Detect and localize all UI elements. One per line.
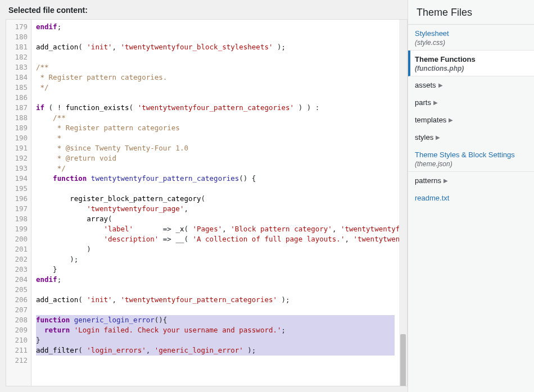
line-number: 205 — [6, 285, 31, 295]
folder-label: styles — [415, 133, 433, 142]
line-number: 179 — [6, 22, 31, 32]
file-desc: (functions.php) — [415, 65, 527, 72]
app-container: Selected file content: 17918018118218318… — [0, 0, 534, 392]
code-line[interactable]: endif; — [36, 22, 395, 32]
line-number: 196 — [6, 194, 31, 204]
line-number: 200 — [6, 234, 31, 244]
code-line[interactable]: 'twentytwentyfour_page', — [36, 204, 395, 214]
file-item-theme-functions[interactable]: Theme Functions(functions.php) — [408, 51, 534, 76]
code-line[interactable]: add_filter( 'login_errors', 'generic_log… — [36, 345, 395, 355]
code-line[interactable]: if ( ! function_exists( 'twentytwentyfou… — [36, 103, 395, 113]
line-number: 180 — [6, 32, 31, 42]
sidebar-title: Theme Files — [408, 0, 534, 24]
chevron-right-icon: ▶ — [438, 82, 443, 88]
line-number: 208 — [6, 315, 31, 325]
code-line[interactable]: register_block_pattern_category( — [36, 194, 395, 204]
folder-item-styles[interactable]: styles▶ — [408, 129, 534, 146]
line-number: 182 — [6, 52, 31, 62]
code-line[interactable]: * — [36, 133, 395, 143]
code-line[interactable]: * Register pattern categories. — [36, 72, 395, 83]
code-line[interactable]: array( — [36, 214, 395, 224]
chevron-right-icon: ▶ — [449, 117, 453, 123]
line-number: 210 — [6, 335, 31, 345]
code-editor[interactable]: 1791801811821831841851861871881891901911… — [6, 19, 408, 386]
line-number: 188 — [6, 113, 31, 123]
theme-files-sidebar: Theme Files Stylesheet(style.css)Theme F… — [408, 0, 534, 392]
code-line[interactable]: add_action( 'init', 'twentytwentyfour_pa… — [36, 295, 395, 305]
code-line[interactable]: * @return void — [36, 153, 395, 163]
chevron-right-icon: ▶ — [433, 99, 438, 106]
file-item-theme-styles-block-settings[interactable]: Theme Styles & Block Settings(theme.json… — [408, 146, 534, 172]
code-line[interactable] — [36, 285, 395, 295]
line-number: 184 — [6, 72, 31, 83]
line-number: 207 — [6, 305, 31, 315]
line-number: 193 — [6, 163, 31, 174]
file-item-readme-txt[interactable]: readme.txt — [408, 189, 534, 206]
code-line[interactable]: } — [36, 335, 395, 345]
code-line[interactable]: /** — [36, 62, 395, 72]
code-line[interactable] — [36, 355, 395, 366]
line-number: 202 — [6, 254, 31, 265]
folder-label: parts — [415, 98, 431, 107]
file-list: Stylesheet(style.css)Theme Functions(fun… — [408, 24, 534, 206]
code-line[interactable]: add_action( 'init', 'twentytwentyfour_bl… — [36, 42, 395, 52]
code-line[interactable]: ); — [36, 254, 395, 265]
code-line[interactable]: endif; — [36, 275, 395, 285]
file-desc: (theme.json) — [415, 160, 527, 168]
code-line[interactable] — [36, 305, 395, 315]
editor-title: Selected file content: — [0, 0, 408, 19]
line-number: 198 — [6, 214, 31, 224]
folder-label: templates — [415, 116, 446, 124]
line-number: 189 — [6, 123, 31, 133]
line-number: 194 — [6, 174, 31, 184]
code-line[interactable] — [36, 52, 395, 62]
code-line[interactable]: return 'Login failed. Check your usernam… — [36, 325, 395, 335]
code-line[interactable] — [36, 184, 395, 194]
code-line[interactable]: */ — [36, 163, 395, 174]
line-number: 183 — [6, 62, 31, 72]
code-line[interactable]: 'label' => _x( 'Pages', 'Block pattern c… — [36, 224, 395, 234]
code-line[interactable]: function twentytwentyfour_pattern_catego… — [36, 174, 395, 184]
chevron-right-icon: ▶ — [436, 134, 440, 140]
scrollbar-thumb[interactable] — [400, 334, 406, 386]
code-line[interactable]: } — [36, 265, 395, 275]
code-line[interactable]: ) — [36, 244, 395, 254]
code-line[interactable]: * Register pattern categories — [36, 123, 395, 133]
line-gutter: 1791801811821831841851861871881891901911… — [6, 20, 31, 386]
editor-panel: Selected file content: 17918018118218318… — [0, 0, 408, 392]
code-line[interactable]: function generic_login_error(){ — [36, 315, 395, 325]
editor-scrollbar[interactable] — [399, 20, 407, 386]
line-number: 199 — [6, 224, 31, 234]
file-name: Theme Functions — [415, 55, 527, 63]
code-line[interactable]: */ — [36, 83, 395, 93]
file-name: readme.txt — [415, 194, 527, 202]
line-number: 204 — [6, 275, 31, 285]
code-line[interactable]: * @since Twenty Twenty-Four 1.0 — [36, 143, 395, 153]
chevron-right-icon: ▶ — [444, 177, 448, 184]
folder-label: assets — [415, 81, 436, 89]
code-line[interactable]: 'description' => __( 'A collection of fu… — [36, 234, 395, 244]
folder-item-assets[interactable]: assets▶ — [408, 76, 534, 94]
line-number: 191 — [6, 143, 31, 153]
code-line[interactable] — [36, 32, 395, 42]
file-desc: (style.css) — [415, 39, 527, 47]
line-number: 192 — [6, 153, 31, 163]
code-area[interactable]: endif; add_action( 'init', 'twentytwenty… — [31, 20, 399, 386]
line-number: 201 — [6, 244, 31, 254]
code-line[interactable]: /** — [36, 113, 395, 123]
line-number: 211 — [6, 345, 31, 355]
code-line[interactable] — [36, 93, 395, 103]
line-number: 209 — [6, 325, 31, 335]
file-name: Theme Styles & Block Settings — [415, 151, 527, 159]
file-item-stylesheet[interactable]: Stylesheet(style.css) — [408, 25, 534, 51]
line-number: 187 — [6, 103, 31, 113]
line-number: 197 — [6, 204, 31, 214]
line-number: 186 — [6, 93, 31, 103]
folder-item-parts[interactable]: parts▶ — [408, 94, 534, 111]
line-number: 190 — [6, 133, 31, 143]
folder-item-patterns[interactable]: patterns▶ — [408, 172, 534, 189]
line-number: 195 — [6, 184, 31, 194]
folder-item-templates[interactable]: templates▶ — [408, 111, 534, 129]
line-number: 181 — [6, 42, 31, 52]
file-name: Stylesheet — [415, 29, 527, 38]
